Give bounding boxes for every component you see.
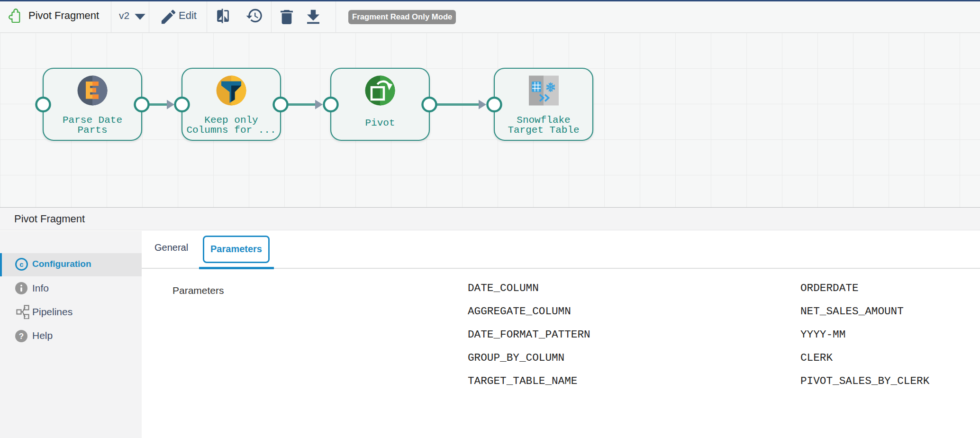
svg-text:c: c [19, 260, 23, 268]
svg-text:Keep only: Keep only [204, 115, 258, 126]
svg-text:Parts: Parts [77, 125, 107, 136]
svg-text:Parse Date: Parse Date [63, 115, 122, 126]
svg-text:Target Table: Target Table [508, 125, 579, 136]
svg-text:?: ? [19, 332, 24, 341]
svg-text:Columns for ...: Columns for ... [186, 125, 276, 136]
svg-text:Snowflake: Snowflake [517, 115, 570, 126]
svg-text:Pivot: Pivot [365, 118, 395, 128]
